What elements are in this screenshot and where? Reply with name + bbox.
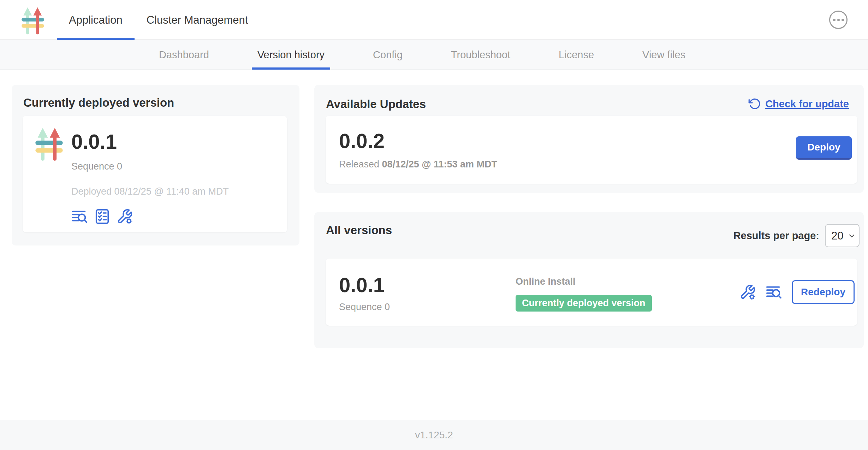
release-notes-icon[interactable] (71, 208, 88, 225)
all-versions-title: All versions (326, 224, 392, 237)
tab-version-history[interactable]: Version history (252, 40, 330, 70)
currently-deployed-card: Currently deployed version 0.0.1 Sequenc… (12, 85, 299, 245)
deployed-card-title: Currently deployed version (23, 96, 174, 109)
update-version-number: 0.0.2 (339, 131, 385, 151)
available-updates-title: Available Updates (326, 97, 426, 111)
nav-tab-application-label: Application (69, 14, 123, 26)
refresh-icon (748, 97, 761, 110)
tab-troubleshoot[interactable]: Troubleshoot (445, 40, 516, 70)
console-version: v1.125.2 (415, 430, 453, 441)
update-row: 0.0.2 Released 08/12/25 @ 11:53 am MDT D… (326, 116, 857, 184)
overflow-menu-button[interactable] (829, 11, 848, 29)
row-version-number: 0.0.1 (339, 275, 390, 295)
app-logo-icon (33, 126, 65, 161)
edit-config-icon[interactable] (117, 208, 133, 225)
ellipsis-icon (833, 19, 836, 21)
admin-console-page: Application Cluster Management Dashboard… (0, 0, 868, 450)
preflight-checks-icon[interactable] (94, 208, 110, 225)
tab-config[interactable]: Config (367, 40, 408, 70)
deployed-version-number: 0.0.1 (71, 131, 229, 152)
currently-deployed-badge: Currently deployed version (516, 295, 652, 312)
tab-dashboard[interactable]: Dashboard (153, 40, 215, 70)
deploy-button[interactable]: Deploy (796, 136, 852, 160)
tab-view-files[interactable]: View files (637, 40, 691, 70)
tab-license[interactable]: License (553, 40, 600, 70)
app-logo-icon (20, 5, 46, 35)
deployed-timestamp: Deployed 08/12/25 @ 11:40 am MDT (71, 186, 229, 197)
nav-tab-application[interactable]: Application (57, 0, 135, 40)
top-nav: Application Cluster Management (0, 0, 868, 40)
row-sequence: Sequence 0 (339, 302, 390, 313)
update-released-timestamp: Released 08/12/25 @ 11:53 am MDT (339, 159, 497, 170)
nav-tab-cluster-management-label: Cluster Management (147, 14, 248, 26)
all-versions-card: All versions Results per page: 20 0.0.1 … (314, 212, 864, 348)
available-updates-card: Available Updates Check for update 0.0.2… (314, 85, 864, 193)
version-row: 0.0.1 Sequence 0 Online Install Currentl… (326, 259, 857, 326)
check-for-update-label: Check for update (765, 98, 849, 110)
install-type-label: Online Install (516, 276, 652, 287)
app-subnav: Dashboard Version history Config Trouble… (0, 40, 868, 70)
release-notes-icon[interactable] (766, 284, 782, 300)
redeploy-button[interactable]: Redeploy (792, 280, 855, 304)
check-for-update-link[interactable]: Check for update (748, 97, 849, 110)
results-per-page-select[interactable]: 20 (825, 224, 860, 247)
results-per-page-label: Results per page: (733, 230, 819, 242)
primary-tabs: Application Cluster Management (57, 0, 260, 40)
footer: v1.125.2 (0, 420, 868, 450)
nav-tab-cluster-management[interactable]: Cluster Management (135, 0, 260, 40)
edit-config-icon[interactable] (739, 284, 756, 300)
deployed-version-panel: 0.0.1 Sequence 0 Deployed 08/12/25 @ 11:… (23, 116, 287, 232)
deployed-sequence: Sequence 0 (71, 161, 229, 172)
